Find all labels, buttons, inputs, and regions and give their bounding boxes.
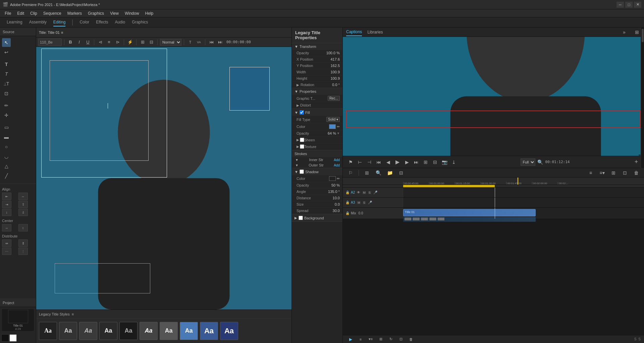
area-text-tool[interactable]: ⊡ — [2, 89, 11, 98]
insert-btn[interactable]: ⊞ — [421, 158, 430, 166]
tab-learning[interactable]: Learning — [7, 18, 22, 26]
tl-search-btn[interactable]: 🔍 — [374, 168, 383, 177]
shadow-color-swatch[interactable] — [329, 176, 336, 181]
go-first-btn[interactable]: ⏮ — [374, 158, 383, 166]
swatch-black[interactable] — [1, 334, 9, 342]
triangle-tool[interactable]: △ — [2, 162, 11, 170]
tl-list-btn[interactable]: ≡ — [586, 168, 595, 177]
eye-v1-icon[interactable]: 👁 — [357, 191, 360, 194]
swatch-white[interactable] — [9, 334, 17, 342]
move-anchor-tool[interactable]: ✛ — [2, 111, 11, 120]
width-value[interactable]: 100.9 — [330, 70, 340, 74]
rounded-rect-tool[interactable]: ▬ — [2, 133, 11, 141]
align-top[interactable]: ⇧ — [18, 201, 28, 208]
shadow-header[interactable]: ▼ Shadow — [292, 168, 342, 175]
mark-in-btn[interactable]: ⚑ — [346, 158, 355, 166]
text-italic-tool[interactable]: T — [2, 70, 11, 78]
tab-color[interactable]: Color — [79, 18, 89, 26]
list-bottom-btn[interactable]: ≡ — [356, 335, 365, 343]
ypos-value[interactable]: 162.5 — [330, 64, 340, 68]
align-left[interactable]: ⇤ — [2, 193, 11, 200]
tab-libraries[interactable]: Libraries — [367, 28, 383, 36]
mute-v1[interactable]: M — [362, 191, 366, 194]
scrollbar-thumb[interactable] — [642, 29, 644, 42]
loop-btn[interactable]: ↻ — [386, 335, 395, 343]
properties-header[interactable]: ▼ Properties — [292, 88, 342, 95]
shadow-enabled-checkbox[interactable] — [300, 169, 304, 174]
align-center-text-btn[interactable]: ≡ — [105, 39, 113, 46]
preview-fullscreen-icon[interactable]: ⊞ — [633, 28, 641, 36]
transform-header[interactable]: ▼ Transform — [292, 43, 342, 50]
grid-bottom-btn[interactable]: ▾≡ — [366, 335, 375, 343]
xpos-value[interactable]: 417.6 — [330, 57, 340, 61]
sheen-checkbox[interactable] — [300, 138, 304, 142]
go-out-btn[interactable]: ⊣ — [365, 158, 374, 166]
dist-r[interactable]: ⋮ — [18, 248, 28, 255]
tl-btn2[interactable]: ⊞ — [363, 168, 371, 177]
align-center-v[interactable]: ↕ — [2, 209, 11, 216]
zoom-bottom-btn[interactable]: ⊞ — [376, 335, 385, 343]
track-v2-content[interactable] — [403, 198, 644, 207]
next-frame-ctrl-btn[interactable]: ▶ — [402, 158, 411, 166]
prev-frame-ctrl-btn[interactable]: ◀ — [384, 158, 392, 166]
style-9[interactable]: Aa — [220, 322, 238, 340]
layout-btn2[interactable]: ⊟ — [148, 39, 155, 46]
fill-color-eyedropper-icon[interactable]: ✏ — [337, 125, 340, 129]
track-main-content[interactable]: Title 01 ████░████░████░████░████ — [403, 208, 644, 219]
tab-graphics[interactable]: Graphics — [132, 18, 148, 26]
style-5[interactable]: Aa — [140, 322, 158, 340]
font-select-btn[interactable]: 110_Be — [38, 39, 62, 46]
menu-help[interactable]: Help — [143, 10, 156, 16]
undo-tool[interactable]: ↩ — [2, 48, 11, 57]
style-1[interactable]: Aa — [59, 322, 77, 340]
dist-v[interactable]: ⇕ — [18, 239, 28, 247]
tl-btn1[interactable]: ⚐ — [346, 168, 355, 177]
menu-edit[interactable]: Edit — [14, 10, 27, 16]
fill-enabled-checkbox[interactable] — [300, 110, 304, 115]
solo-v1[interactable]: S — [368, 191, 371, 194]
tab-editing[interactable]: Editing — [53, 18, 66, 26]
bold-btn[interactable]: B — [67, 39, 74, 46]
text-tool[interactable]: T — [2, 60, 11, 69]
line-tool[interactable]: ╱ — [2, 172, 11, 180]
fill-header[interactable]: ▼ Fill — [292, 109, 342, 116]
mute-v2[interactable]: M — [357, 201, 361, 204]
layout-btn1[interactable]: ⊞ — [139, 39, 146, 46]
go-in-btn[interactable]: ⊢ — [356, 158, 364, 166]
align-center-h[interactable]: ↔ — [18, 193, 28, 200]
style-4[interactable]: Aa — [119, 322, 138, 340]
opacity-value[interactable]: 100.0 % — [326, 51, 340, 55]
center-h[interactable]: ↔ — [2, 224, 11, 231]
maximize-button[interactable]: □ — [625, 2, 633, 8]
camera-btn[interactable]: 📷 — [440, 158, 449, 166]
preview-more-icon[interactable]: » — [621, 28, 628, 36]
menu-file[interactable]: File — [2, 10, 14, 16]
ellipse-tool[interactable]: ○ — [2, 142, 11, 151]
menu-view[interactable]: View — [107, 10, 121, 16]
text-vertical-tool[interactable]: ⟂T — [2, 79, 11, 88]
rectangle-tool[interactable]: ▭ — [2, 123, 11, 132]
title-canvas[interactable] — [36, 47, 291, 310]
background-header[interactable]: ▶ Background — [292, 214, 342, 221]
align-right[interactable]: ⇥ — [2, 201, 11, 208]
fill-type-dropdown[interactable]: Solid ▾ — [326, 117, 340, 122]
background-checkbox[interactable] — [299, 216, 303, 220]
align-bottom[interactable]: ⇩ — [18, 209, 28, 216]
tab-captions[interactable]: Captions — [346, 28, 362, 36]
right-scrollbar[interactable] — [641, 27, 644, 168]
quality-select[interactable]: Full 1/2 1/4 — [521, 158, 535, 166]
go-last-btn[interactable]: ⏭ — [412, 158, 421, 166]
tl-trash-btn[interactable]: 🗑 — [632, 168, 641, 177]
prev-frame-btn[interactable]: ⏮ — [208, 39, 215, 46]
shadow-eyedropper-icon[interactable]: ✏ — [337, 177, 340, 181]
main-video-clip[interactable]: Title 01 — [403, 209, 536, 216]
blend-mode-select[interactable]: Normal Multiply Screen — [160, 39, 181, 46]
shadow-size-value[interactable]: 0.0 — [335, 202, 340, 206]
graphic-type-dropdown[interactable]: Rec... — [328, 96, 340, 101]
align-right-text-btn[interactable]: ⊳ — [114, 39, 121, 46]
style-8[interactable]: Aa — [200, 322, 218, 340]
prev-btn2[interactable]: ⏭ — [216, 39, 224, 46]
lock-main-icon[interactable]: 🔒 — [345, 211, 350, 215]
shadow-angle-value[interactable]: 135.0 ° — [328, 190, 340, 194]
del-bottom-btn[interactable]: 🗑 — [407, 335, 415, 343]
